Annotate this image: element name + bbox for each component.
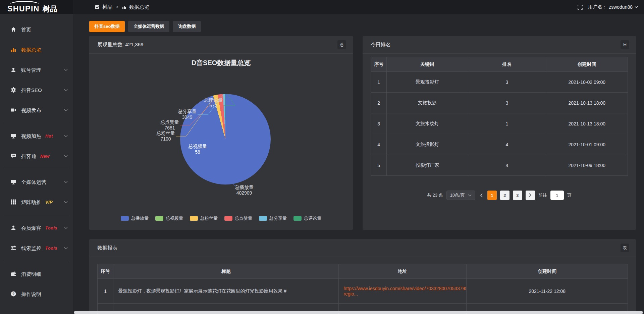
rank-cell: 1 <box>371 72 387 93</box>
pie-label-name: 总点赞量 <box>160 119 179 125</box>
pie-label-value: 7681 <box>164 125 175 130</box>
page-button[interactable]: 3 <box>513 191 522 200</box>
sidebar-item[interactable]: 抖客通New <box>0 146 73 166</box>
pie-label-value: 58 <box>195 149 200 155</box>
legend-item[interactable]: 总视频量 <box>155 215 183 221</box>
pie-label-name: 总评论量 <box>204 97 223 103</box>
legend-item[interactable]: 总播放量 <box>121 215 149 221</box>
breadcrumb: 树品 > 数据总览 <box>95 4 149 10</box>
sidebar-item[interactable]: 数据总览 <box>0 40 73 60</box>
video-camera-icon <box>10 107 16 113</box>
chart-legend: 总播放量总视频量总粉丝量总点赞量总分享量总评论量 <box>89 215 353 221</box>
chevron-down-icon <box>64 155 68 157</box>
legend-label: 总播放量 <box>131 215 149 221</box>
page-button[interactable]: 2 <box>500 191 509 200</box>
next-page-button[interactable] <box>526 191 535 200</box>
goto-label: 前往 <box>538 192 547 198</box>
rank-cell: 文旅投影 <box>387 93 468 113</box>
breadcrumb-root[interactable]: 树品 <box>102 4 112 10</box>
sidebar: 首页数据总览账号管理抖音SEO视频发布视频加热Hot抖客通New全媒体运营矩阵助… <box>0 14 73 314</box>
member-icon <box>10 225 16 231</box>
sidebar-item[interactable]: 会员爆客Tools <box>0 218 73 238</box>
sidebar-item[interactable]: 首页 <box>0 19 73 40</box>
pie-label: 总视频量58 <box>188 144 207 155</box>
report-col-header: 创建时间 <box>467 264 628 279</box>
legend-item[interactable]: 总分享量 <box>259 215 287 221</box>
legend-item[interactable]: 总粉丝量 <box>190 215 218 221</box>
page-button[interactable]: 1 <box>487 191 497 200</box>
video-link[interactable]: https://www.iesdouyin.com/share/video/70… <box>343 286 467 297</box>
rank-col-header: 排名 <box>468 57 546 72</box>
app-root: SHUPIN 树品 树品 > 数据总览 用户名：zswodun88 首页数据总览… <box>0 0 644 314</box>
report-title-cell: 景观投影灯，夜游景观投影灯厂家展示展示落花灯在花园里的灯光投影应用效果 # <box>113 279 339 304</box>
sidebar-item[interactable]: 账号管理 <box>0 60 73 80</box>
sidebar-item-badge: New <box>40 154 50 159</box>
logo-text-cn: 树品 <box>43 5 57 13</box>
bar-chart-icon <box>10 47 16 53</box>
rank-cell: 2021-10-13 18:00 <box>546 113 628 134</box>
sidebar-item-label: 线索监控 <box>21 246 41 251</box>
rank-cell: 3 <box>468 72 546 93</box>
logo[interactable]: SHUPIN 树品 <box>0 0 73 14</box>
sidebar-item[interactable]: 视频发布 <box>0 100 73 120</box>
sidebar-item[interactable]: 消费明细 <box>0 264 73 284</box>
legend-swatch <box>224 216 232 221</box>
page-size-select[interactable]: 10条/页 <box>446 191 475 200</box>
legend-label: 总视频量 <box>166 215 183 221</box>
monitor-icon <box>10 179 16 185</box>
report-panel-title: 数据报表 <box>97 245 117 251</box>
chevron-right-icon <box>529 193 532 197</box>
fullscreen-icon[interactable] <box>578 5 583 10</box>
sidebar-item-label: 抖客通 <box>21 154 36 159</box>
horizontal-scrollbar[interactable] <box>74 311 643 314</box>
sidebar-item-label: 数据总览 <box>21 47 41 52</box>
tab-inactive[interactable]: 询盘数据 <box>173 21 201 32</box>
legend-swatch <box>293 216 302 221</box>
chat-icon <box>10 153 16 159</box>
wallet-icon <box>10 271 16 277</box>
legend-label: 总评论量 <box>304 215 321 221</box>
total-badge-button[interactable]: 总 <box>337 40 346 49</box>
prev-page-button[interactable] <box>479 193 484 197</box>
pie-chart-area: D音SEO数据量总览 总播放量402909总视频量58总粉丝量7100总点赞量7… <box>89 54 353 229</box>
sidebar-divider <box>4 215 69 215</box>
data-report-panel-head: 数据报表 表 <box>89 239 636 257</box>
user-menu[interactable]: 用户名：zswodun88 <box>588 4 638 10</box>
pie-label-name: 总视频量 <box>188 144 207 149</box>
chevron-down-icon <box>64 227 68 229</box>
chevron-down-icon <box>64 89 68 91</box>
pie-label: 总分享量3049 <box>178 109 197 120</box>
home-icon <box>10 27 16 33</box>
sidebar-item-label: 抖音SEO <box>21 88 42 93</box>
legend-item[interactable]: 总点赞量 <box>224 215 252 221</box>
impressions-total-label: 展现量总数: 421,369 <box>97 42 144 48</box>
tab-inactive[interactable]: 全媒体运营数据 <box>128 21 169 32</box>
sidebar-item[interactable]: 视频加热Hot <box>0 126 73 146</box>
sidebar-item[interactable]: 线索监控Tools <box>0 238 73 258</box>
goto-page-input[interactable] <box>550 191 564 200</box>
breadcrumb-current[interactable]: 数据总览 <box>129 4 149 10</box>
tab-active[interactable]: 抖音seo数据 <box>89 21 125 32</box>
legend-swatch <box>190 216 198 221</box>
username-label: 用户名： <box>588 4 607 10</box>
pie-label: 总点赞量7681 <box>160 119 179 131</box>
legend-item[interactable]: 总评论量 <box>293 215 321 221</box>
logo-arc-icon <box>10 1 39 4</box>
sidebar-item[interactable]: 矩阵助推VIP <box>0 192 73 212</box>
chevron-down-icon <box>64 109 68 111</box>
sidebar-item[interactable]: 抖音SEO <box>0 80 73 100</box>
chevron-down-icon <box>635 6 638 8</box>
sidebar-item[interactable]: 全媒体运营 <box>0 172 73 192</box>
table-badge-button[interactable]: 表 <box>621 244 629 252</box>
rank-cell: 文旅投影灯 <box>387 134 468 155</box>
rank-col-header: 序号 <box>371 57 387 72</box>
seo-overview-panel-head: 展现量总数: 421,369 总 <box>89 36 353 54</box>
day-badge-button[interactable]: 日 <box>621 40 629 49</box>
sidebar-item-label: 视频发布 <box>21 108 41 113</box>
chevron-down-icon <box>64 201 68 203</box>
legend-swatch <box>121 216 129 221</box>
sidebar-item[interactable]: ?操作说明 <box>0 284 73 304</box>
table-header-row: 序号关键词排名创建时间 <box>371 57 628 72</box>
screen-icon <box>10 133 16 139</box>
rank-cell: 4 <box>468 155 546 176</box>
